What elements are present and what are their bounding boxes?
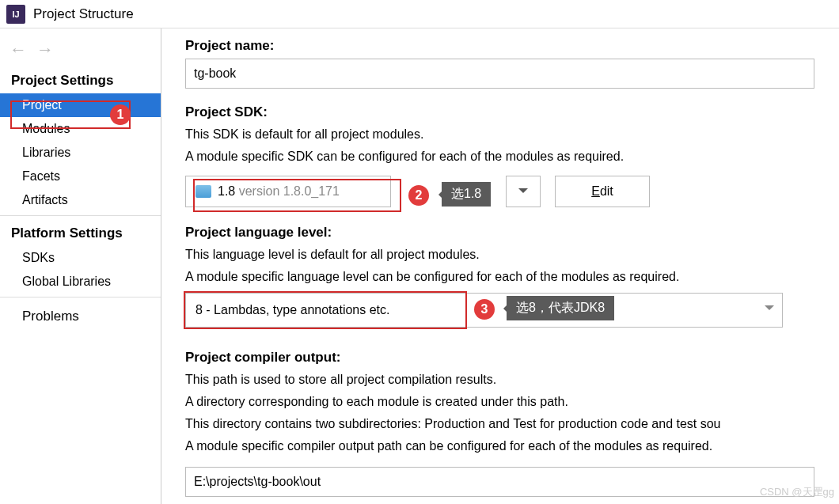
callout-badge-3: 3 [474, 299, 495, 320]
watermark: CSDN @天罡gg [760, 485, 834, 499]
callout-tooltip-3: 选8，代表JDK8 [507, 296, 614, 320]
sidebar-header-platform-settings: Platform Settings [0, 215, 161, 246]
out-desc-2: A directory corresponding to each module… [185, 392, 839, 411]
lang-desc-2: A module specific language level can be … [185, 267, 839, 286]
project-sdk-label: Project SDK: [185, 104, 839, 120]
sdk-desc-2: A module specific SDK can be configured … [185, 147, 839, 166]
edit-button[interactable]: Edit [555, 176, 650, 207]
callout-box-3 [184, 291, 467, 329]
app-icon: IJ [6, 5, 25, 24]
out-desc-1: This path is used to store all project c… [185, 370, 839, 389]
out-desc-3: This directory contains two subdirectori… [185, 415, 839, 434]
out-desc-4: A module specific compiler output path c… [185, 437, 839, 456]
callout-badge-2: 2 [408, 185, 429, 206]
project-name-input[interactable] [185, 59, 814, 89]
nav-back-icon[interactable]: ← [9, 40, 27, 60]
sidebar-item-global-libraries[interactable]: Global Libraries [0, 270, 161, 294]
callout-badge-1: 1 [110, 104, 131, 125]
window-title: Project Structure [33, 6, 134, 22]
sdk-dropdown-button[interactable] [506, 176, 541, 207]
title-bar: IJ Project Structure [0, 0, 839, 28]
callout-tooltip-2: 选1.8 [442, 182, 491, 207]
compiler-output-label: Project compiler output: [185, 350, 839, 366]
nav-forward-icon[interactable]: → [36, 40, 54, 60]
edit-label-rest: dit [600, 184, 613, 198]
callout-box-2 [193, 179, 401, 212]
sidebar-item-problems[interactable]: Problems [0, 297, 161, 329]
sidebar-item-sdks[interactable]: SDKs [0, 246, 161, 270]
chevron-down-icon [765, 305, 774, 315]
content-panel: Project name: Project SDK: This SDK is d… [161, 28, 839, 504]
sdk-desc-1: This SDK is default for all project modu… [185, 125, 839, 144]
sidebar-header-project-settings: Project Settings [0, 66, 161, 93]
sidebar-item-artifacts[interactable]: Artifacts [0, 188, 161, 212]
compiler-output-input[interactable] [185, 467, 814, 497]
project-name-label: Project name: [185, 38, 839, 54]
sidebar-item-facets[interactable]: Facets [0, 165, 161, 188]
sidebar-item-libraries[interactable]: Libraries [0, 141, 161, 165]
lang-level-label: Project language level: [185, 225, 839, 241]
chevron-down-icon [518, 188, 528, 198]
lang-desc-1: This language level is default for all p… [185, 245, 839, 264]
